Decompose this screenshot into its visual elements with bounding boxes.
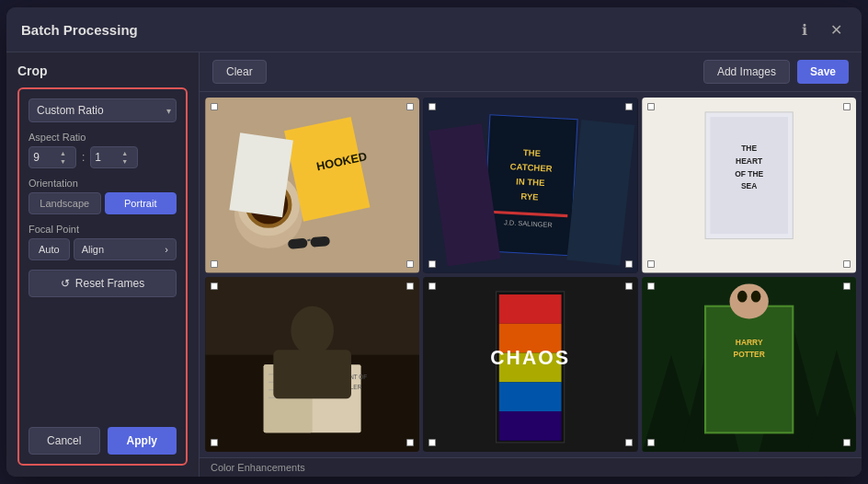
crop-handle-bl-4 <box>211 439 218 446</box>
apply-button[interactable]: Apply <box>108 427 177 455</box>
svg-text:RYE: RYE <box>520 191 539 202</box>
crop-handle-tl-2 <box>428 103 436 110</box>
crop-handle-bl-3 <box>647 260 655 268</box>
focal-align-label: Align <box>82 244 104 255</box>
orientation-row: Landscape Portrait <box>29 192 177 214</box>
aspect-height-input[interactable] <box>91 147 119 167</box>
crop-handle-bl-1 <box>211 260 218 268</box>
aspect-height-up[interactable]: ▲ <box>119 149 131 157</box>
crop-handle-br-3 <box>843 260 851 268</box>
svg-rect-6 <box>229 133 292 217</box>
right-panel: Clear Add Images Save <box>200 52 862 477</box>
close-icon: ✕ <box>830 21 842 39</box>
cancel-button[interactable]: Cancel <box>29 427 100 455</box>
aspect-width-up[interactable]: ▲ <box>57 149 69 157</box>
crop-handle-br-5 <box>625 439 633 446</box>
crop-handle-tr-5 <box>625 282 633 290</box>
image-cell-2[interactable]: THE CATCHER IN THE RYE J.D. SALINGER <box>423 98 637 273</box>
landscape-button[interactable]: Landscape <box>29 192 101 214</box>
image-cell-3[interactable]: THE HEART OF THE SEA <box>642 98 856 273</box>
crop-handle-tr-6 <box>843 282 851 290</box>
crop-handle-tr-1 <box>406 103 414 110</box>
svg-text:HEART: HEART <box>736 156 763 166</box>
image-cell-4[interactable]: THE SERVANT OF DEAD STEALER <box>205 277 419 453</box>
aspect-height-group: ▲ ▼ <box>90 146 138 168</box>
chevron-right-icon: › <box>165 244 168 255</box>
aspect-width-down[interactable]: ▼ <box>57 157 69 166</box>
modal: Batch Processing ℹ ✕ Crop Custom Ratio 1… <box>6 7 862 477</box>
focal-align-button[interactable]: Align › <box>74 238 177 260</box>
clear-button[interactable]: Clear <box>212 60 267 84</box>
image-cell-6[interactable]: HARRY POTTER <box>642 277 856 453</box>
orientation-section: Orientation Landscape Portrait <box>29 178 177 214</box>
reset-icon: ↺ <box>61 277 70 290</box>
crop-handle-bl-2 <box>428 260 436 268</box>
aspect-height-spinners: ▲ ▼ <box>119 149 131 166</box>
image-grid: HOOKED <box>200 92 862 457</box>
crop-handle-tr-4 <box>406 282 414 290</box>
aspect-width-spinners: ▲ ▼ <box>57 149 69 166</box>
panel-section-title: Crop <box>17 63 188 78</box>
bottom-tab[interactable]: Color Enhancements <box>200 457 862 477</box>
modal-body: Crop Custom Ratio 1:1 4:3 16:9 3:2 ▾ Asp… <box>6 52 862 477</box>
crop-handle-tl-4 <box>211 282 218 290</box>
svg-rect-38 <box>273 350 351 398</box>
aspect-separator: : <box>82 151 85 164</box>
aspect-width-input[interactable] <box>29 147 57 167</box>
svg-rect-45 <box>499 411 562 441</box>
image-cell-1[interactable]: HOOKED <box>205 98 419 273</box>
svg-text:THE: THE <box>741 144 757 153</box>
svg-rect-44 <box>499 382 562 411</box>
right-toolbar: Clear Add Images Save <box>200 52 862 92</box>
crop-handle-br-6 <box>843 439 851 446</box>
crop-panel: Custom Ratio 1:1 4:3 16:9 3:2 ▾ Aspect R… <box>17 87 188 466</box>
toolbar-right: Add Images Save <box>703 60 849 84</box>
crop-handle-tl-1 <box>211 103 218 110</box>
add-images-button[interactable]: Add Images <box>703 60 790 84</box>
svg-line-9 <box>307 240 310 241</box>
svg-point-37 <box>291 305 334 354</box>
focal-point-section: Focal Point Auto Align › <box>29 224 177 260</box>
reset-frames-label: Reset Frames <box>75 277 144 290</box>
modal-header-icons: ℹ ✕ <box>794 18 847 40</box>
svg-text:IN THE: IN THE <box>516 176 545 188</box>
crop-handle-tr-3 <box>843 103 851 110</box>
crop-handle-tl-5 <box>428 282 436 290</box>
reset-frames-button[interactable]: ↺ Reset Frames <box>29 270 177 297</box>
modal-title: Batch Processing <box>21 22 138 38</box>
orientation-label: Orientation <box>29 178 177 189</box>
crop-handle-br-4 <box>406 439 414 446</box>
modal-header: Batch Processing ℹ ✕ <box>6 7 862 52</box>
svg-text:HARRY: HARRY <box>735 338 762 347</box>
crop-ratio-select[interactable]: Custom Ratio 1:1 4:3 16:9 3:2 <box>29 98 177 122</box>
svg-point-58 <box>750 290 760 302</box>
action-row: Cancel Apply <box>29 427 177 455</box>
portrait-button[interactable]: Portrait <box>105 192 177 214</box>
crop-handle-tl-3 <box>647 103 655 110</box>
crop-handle-br-2 <box>625 260 633 268</box>
toolbar-left: Clear <box>212 60 267 84</box>
crop-handle-tl-6 <box>647 282 655 290</box>
aspect-ratio-label: Aspect Ratio <box>29 132 177 143</box>
close-button[interactable]: ✕ <box>825 18 847 40</box>
svg-point-56 <box>729 283 768 318</box>
crop-select-wrapper: Custom Ratio 1:1 4:3 16:9 3:2 ▾ <box>29 98 177 122</box>
svg-text:POTTER: POTTER <box>733 349 764 358</box>
crop-handle-br-1 <box>406 260 414 268</box>
svg-text:CHAOS: CHAOS <box>490 347 570 368</box>
svg-point-57 <box>737 290 748 302</box>
aspect-ratio-row: ▲ ▼ : ▲ ▼ <box>29 146 177 168</box>
focal-point-label: Focal Point <box>29 224 177 235</box>
aspect-height-down[interactable]: ▼ <box>119 157 131 166</box>
focal-point-row: Auto Align › <box>29 238 177 260</box>
focal-auto-button[interactable]: Auto <box>29 238 70 260</box>
image-cell-5[interactable]: CHAOS <box>423 277 637 453</box>
aspect-width-group: ▲ ▼ <box>29 146 76 168</box>
svg-rect-53 <box>705 305 793 432</box>
info-button[interactable]: ℹ <box>794 18 816 40</box>
svg-text:THE: THE <box>523 147 542 158</box>
crop-handle-bl-5 <box>428 439 436 446</box>
save-button[interactable]: Save <box>797 60 849 84</box>
info-icon: ℹ <box>802 21 807 39</box>
svg-text:SEA: SEA <box>741 181 757 190</box>
